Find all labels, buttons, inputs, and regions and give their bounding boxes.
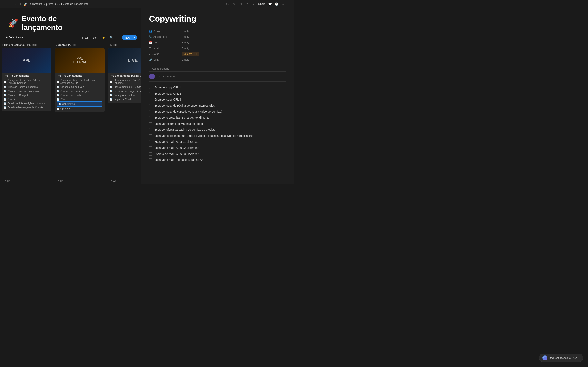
panel-toggle-icon[interactable]: ▷▷	[226, 2, 230, 6]
card-body-2: Pré Pré Lançamento 📄 Planejamento de Con…	[55, 73, 104, 112]
card-item-icon: 📄	[58, 103, 61, 105]
checkbox-9[interactable]	[149, 134, 152, 137]
share-button[interactable]: Share	[258, 2, 265, 6]
menu-icon[interactable]: ☰	[2, 2, 7, 6]
add-property-icon: +	[149, 67, 151, 70]
card-item[interactable]: 📄 Página de captura do evento	[4, 89, 49, 93]
card-item-label: E-mails e Mensagens de Convite	[7, 106, 43, 109]
card-item[interactable]: 📄 E-mails e Mensage... inscrição	[110, 89, 141, 93]
breadcrumb-item-2[interactable]: Evento de Lançamento	[61, 2, 89, 6]
card-title-3: Pré Lançamento (Sema CPL's)	[110, 74, 141, 77]
checkbox-10[interactable]	[149, 140, 152, 143]
card-item[interactable]: 📄 Planejamento de Li... Oferta	[110, 85, 141, 89]
filter-button[interactable]: Filter	[80, 35, 90, 40]
card-item-label: Planejamento de Conteúdo da Primeira Sem…	[7, 79, 49, 84]
search-button[interactable]: 🔍	[108, 35, 114, 40]
checklist-text-2: Escrever copy CPL 2	[154, 92, 181, 96]
card-item[interactable]: 📄 Bônus	[57, 97, 103, 101]
card-item[interactable]: 📄 Cronograma de Live...	[110, 93, 141, 97]
page-icon: 🚀	[8, 18, 18, 28]
property-assign[interactable]: 👥 Assign Empty	[149, 28, 286, 34]
property-url[interactable]: 🔗 URL Empty	[149, 57, 286, 63]
card-item-label: Anúncios de Lembrete	[61, 94, 85, 97]
checkbox-5[interactable]	[149, 110, 152, 113]
card-item[interactable]: 📄 Página de Vendas	[110, 97, 141, 101]
right-panel: Copywriting 👥 Assign Empty 📎 Attachments…	[141, 8, 294, 184]
add-icon: +	[56, 179, 57, 182]
comment-input[interactable]	[157, 75, 286, 78]
more-icon[interactable]: ···	[287, 2, 292, 6]
card-item[interactable]: 📄 Anúncios de Lembrete	[57, 93, 103, 97]
due-icon: 📅	[149, 41, 152, 44]
card-item[interactable]: 📄 Vídeo da Página de captura	[4, 85, 49, 89]
property-status[interactable]: ● Status Durante PPL	[149, 51, 286, 57]
add-tab-icon[interactable]: +	[18, 2, 22, 6]
col-badge-3: 6	[113, 44, 117, 47]
checklist-item-9: Escrever título da thumb, título do víde…	[149, 133, 286, 139]
card-image-placeholder-2: PPLETERNA	[55, 48, 104, 73]
card-item[interactable]: 📄 Planejamento de Conteúdo das semanas d…	[57, 78, 103, 85]
layout-icon[interactable]: ⊡	[239, 2, 243, 6]
checkbox-4[interactable]	[149, 104, 152, 107]
card-item[interactable]: 📄 Operação	[57, 107, 103, 111]
card-item-icon: 📄	[110, 86, 112, 88]
property-label-attachments: 📎 Attachments	[149, 35, 182, 38]
edit-icon[interactable]: ✎	[232, 2, 236, 6]
new-button-arrow[interactable]: ▾	[133, 35, 137, 40]
add-card-btn-3[interactable]: + New	[108, 178, 141, 184]
card-item[interactable]: 📄 Planejamento de Co... Semana de Lançam…	[110, 78, 141, 85]
toolbar-actions: Filter Sort ⚡ 🔍 ··· New ▾	[80, 35, 137, 40]
card-item[interactable]: 📄 Anúncios	[4, 97, 49, 101]
up-icon[interactable]: ⌃	[245, 2, 249, 6]
down-icon[interactable]: ⌄	[252, 2, 256, 6]
checkbox-13[interactable]	[149, 158, 152, 161]
checklist-text-13: Escrever e-mail "Todas as Aulas no Ar!"	[154, 158, 205, 162]
card-item[interactable]: 📄 E-mail de Pré-inscrição confirmada	[4, 101, 49, 105]
card-item[interactable]: 📄 Página de Obrigado	[4, 93, 49, 97]
more-options-button[interactable]: ···	[116, 35, 121, 40]
kanban-column-1: Primeira Semana. PPL 13 PPL Pré Pré Lanç…	[0, 42, 53, 184]
kanban-card-pl1[interactable]: LIVE Pré Lançamento (Sema CPL's) 📄 Plane…	[108, 48, 141, 103]
back-icon[interactable]: ‹	[8, 2, 12, 6]
card-item-icon: 📄	[4, 98, 6, 100]
comment-icon[interactable]: 💬	[268, 2, 272, 6]
sort-button[interactable]: Sort	[91, 35, 99, 40]
add-card-btn-2[interactable]: + New	[55, 178, 104, 184]
history-icon[interactable]: 🕐	[274, 2, 278, 6]
property-label[interactable]: ☰ Label Empty	[149, 45, 286, 51]
kanban-card-ppl1[interactable]: PPL Pré Pré Lançamento 📄 Planejamento de…	[2, 48, 52, 111]
property-attachments[interactable]: 📎 Attachments Empty	[149, 34, 286, 40]
checkbox-2[interactable]	[149, 92, 152, 95]
new-button: New ▾	[122, 35, 137, 40]
card-item[interactable]: 📄 E-mails e Mensagens de Convite	[4, 105, 49, 109]
card-item[interactable]: 📄 Planejamento de Conteúdo da Primeira S…	[4, 78, 49, 85]
add-view-button[interactable]: +	[26, 36, 30, 40]
checkbox-12[interactable]	[149, 152, 152, 156]
kanban-cards-3: LIVE Pré Lançamento (Sema CPL's) 📄 Plane…	[108, 48, 141, 178]
checkbox-7[interactable]	[149, 122, 152, 125]
checkbox-8[interactable]	[149, 128, 152, 131]
breadcrumb-item-1[interactable]: Ferramenta Suprema d...	[28, 2, 58, 6]
kanban-card-ppl2[interactable]: PPLETERNA Pré Pré Lançamento 📄 Planejame…	[55, 48, 104, 112]
favorite-icon[interactable]: ☆	[281, 2, 285, 6]
detail-title: Copywriting	[149, 14, 286, 24]
forward-icon[interactable]: ›	[13, 2, 17, 6]
tab-default-view[interactable]: ⊞ Default view	[4, 35, 25, 40]
card-item-icon: 📄	[4, 106, 6, 109]
property-due[interactable]: 📅 Due Empty	[149, 40, 286, 45]
add-property-row[interactable]: + Add a property	[149, 66, 286, 71]
checklist-text-7: Escrever resumo do Material de Apoio	[154, 122, 203, 126]
main-layout: 🚀 Evento delançamento ⊞ Default view + F…	[0, 8, 294, 184]
checkbox-1[interactable]	[149, 86, 152, 89]
card-item[interactable]: 📄 Cronograma de Lives	[57, 85, 103, 89]
card-item[interactable]: 📄 Anúncios de Pré-inscrição	[57, 89, 103, 93]
url-label: URL	[153, 58, 159, 61]
card-item-copywriting[interactable]: 📄 Copywriting	[57, 101, 103, 107]
checklist-text-11: Escrever e-mail "Aula 02 Liberada"	[154, 146, 199, 150]
checkbox-11[interactable]	[149, 146, 152, 150]
lightning-button[interactable]: ⚡	[100, 35, 107, 40]
new-button-main[interactable]: New	[122, 35, 133, 40]
checkbox-6[interactable]	[149, 116, 152, 119]
checkbox-3[interactable]	[149, 98, 152, 101]
add-card-btn-1[interactable]: + New	[2, 178, 52, 184]
